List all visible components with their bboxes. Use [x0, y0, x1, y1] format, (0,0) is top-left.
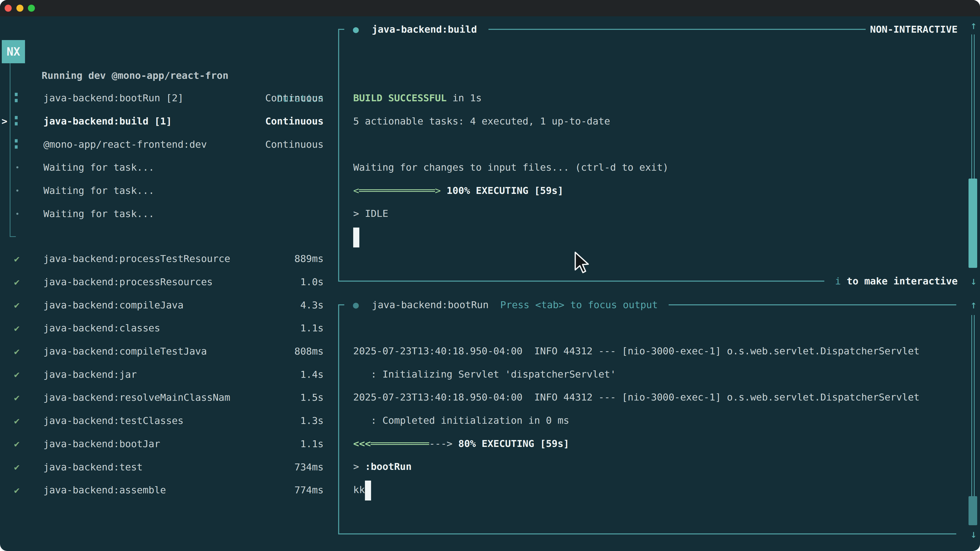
task-row-bootrun[interactable]: java-backend:bootRun [2] Continuous: [0, 86, 332, 110]
completed-task-row[interactable]: ✔ java-backend:classes 1.1s: [0, 317, 332, 340]
task-name: java-backend:assemble: [43, 484, 166, 495]
scroll-up-icon[interactable]: ↑: [966, 14, 980, 37]
terminal-window: NX Running dev @mono-app/react-fron Dura…: [0, 0, 980, 551]
pagination[interactable]: ← 1/2 →: [10, 546, 50, 551]
completed-task-row[interactable]: ✔ java-backend:compileTestJava 808ms: [0, 340, 332, 363]
progress-fill: ══════════: [371, 438, 429, 449]
build-progress-line: <═════════════> 100% EXECUTING [59s]: [353, 179, 940, 202]
waiting-label: Waiting for task...: [43, 208, 154, 219]
completed-task-row[interactable]: ✔ java-backend:jar 1.4s: [0, 363, 332, 386]
completed-task-row[interactable]: ✔ java-backend:resolveMainClassNam 1.5s: [0, 386, 332, 409]
check-icon: ✔: [14, 392, 20, 403]
progress-bar: <═════════════>: [353, 185, 441, 196]
waiting-task-row: Waiting for task...: [0, 156, 332, 179]
build-panel-title[interactable]: java-backend:build: [372, 18, 477, 41]
bootrun-panel-border-left: [338, 304, 339, 534]
spinner-icon: [15, 139, 18, 148]
task-duration: 1.1s: [300, 438, 324, 449]
task-duration: 1.4s: [300, 369, 324, 380]
build-panel-border-top: [488, 29, 865, 30]
check-icon: ✔: [14, 300, 20, 310]
input-text: kk: [353, 484, 365, 495]
bootrun-input-line[interactable]: kk: [353, 478, 940, 502]
task-name: java-backend:testClasses: [43, 415, 183, 426]
build-waiting-line: Waiting for changes to input files... (c…: [353, 156, 940, 179]
terminal-cursor: [365, 481, 371, 500]
waiting-label: Waiting for task...: [43, 162, 154, 173]
task-status: Continuous: [265, 139, 324, 150]
scroll-up-icon[interactable]: ↑: [966, 293, 980, 316]
check-icon: ✔: [14, 277, 20, 287]
interactive-hint-text: to make interactive: [841, 275, 958, 287]
build-panel-mode-badge: NON-INTERACTIVE: [870, 18, 958, 41]
build-summary-line: 5 actionable tasks: 4 executed, 1 up-to-…: [353, 110, 940, 133]
pending-dot-icon: [16, 189, 18, 192]
sidebar-title: Running dev @mono-app/react-fron: [41, 64, 228, 87]
spinner-icon: [15, 93, 18, 102]
bootrun-panel-border-bottom: [338, 534, 956, 534]
build-cursor-line: [353, 225, 940, 248]
completed-task-row[interactable]: ✔ java-backend:testClasses 1.3s: [0, 409, 332, 432]
build-panel-bullet-icon: ●: [353, 18, 359, 41]
completed-task-row[interactable]: ✔ java-backend:bootJar 1.1s: [0, 432, 332, 456]
completed-task-row[interactable]: ✔ java-backend:assemble 774ms: [0, 478, 332, 502]
bootrun-task-line: > :bootRun: [353, 455, 940, 478]
spinner-icon: [15, 116, 18, 125]
log-line: 2025-07-23T13:40:18.950-04:00 INFO 44312…: [353, 386, 940, 409]
task-status: Continuous: [265, 92, 324, 103]
completed-task-row[interactable]: ✔ java-backend:processTestResource 889ms: [0, 247, 332, 270]
task-duration: 808ms: [294, 346, 324, 357]
completed-task-row[interactable]: ✔ java-backend:test 734ms: [0, 455, 332, 478]
check-icon: ✔: [14, 462, 20, 472]
bootrun-panel-title[interactable]: java-backend:bootRun: [372, 293, 489, 316]
task-duration: 1.5s: [300, 392, 324, 403]
pending-dot-icon: [16, 213, 18, 215]
task-prefix: >: [353, 461, 365, 472]
task-row-frontend-dev[interactable]: @mono-app/react-frontend:dev Continuous: [0, 133, 332, 156]
sidebar-footer: ← 1/2 → quit: q help: ?: [0, 523, 332, 546]
waiting-label: Waiting for task...: [43, 185, 154, 196]
task-name: java-backend:processTestResource: [43, 253, 230, 264]
scrollbar-thumb[interactable]: [969, 496, 977, 525]
bootrun-focus-hint: Press <tab> to focus output: [500, 293, 658, 316]
build-panel-border-left: [338, 29, 339, 282]
waiting-task-row: Waiting for task...: [0, 202, 332, 225]
task-name: java-backend:compileJava: [43, 300, 183, 311]
task-name: :bootRun: [365, 461, 412, 472]
scrollbar-thumb[interactable]: [969, 179, 977, 268]
check-icon: ✔: [14, 438, 20, 449]
task-row-build-selected[interactable]: > java-backend:build [1] Continuous: [0, 110, 332, 133]
build-panel-border-bottom: [338, 281, 824, 282]
progress-label: 80% EXECUTING [59s]: [452, 438, 570, 449]
task-name: java-backend:compileTestJava: [43, 346, 207, 357]
progress-open: <<<: [353, 438, 371, 449]
task-name: java-backend:test: [43, 462, 143, 473]
check-icon: ✔: [14, 254, 20, 264]
task-duration: 774ms: [294, 484, 324, 495]
task-duration: 1.1s: [300, 322, 324, 333]
pending-dot-icon: [16, 166, 18, 168]
scroll-down-icon[interactable]: ↓: [966, 270, 980, 292]
task-name: java-backend:classes: [43, 322, 160, 333]
scrollbar-track[interactable]: [971, 315, 975, 496]
completed-task-row[interactable]: ✔ java-backend:processResources 1.0s: [0, 270, 332, 294]
task-status: Continuous: [265, 116, 324, 127]
interactive-hint-key: i: [835, 275, 841, 287]
build-idle-line: > IDLE: [353, 202, 940, 225]
log-line: 2025-07-23T13:40:18.950-04:00 INFO 44312…: [353, 340, 940, 363]
scrollbar-track[interactable]: [971, 35, 975, 179]
waiting-task-row: Waiting for task...: [0, 179, 332, 202]
terminal-cursor: [353, 227, 360, 248]
bootrun-panel-bullet-icon: ●: [353, 293, 359, 316]
log-line: : Completed initialization in 0 ms: [353, 409, 940, 432]
check-icon: ✔: [14, 416, 20, 426]
build-success-suffix: in 1s: [447, 92, 482, 103]
scroll-down-icon[interactable]: ↓: [966, 523, 980, 546]
build-success-line: BUILD SUCCESSFUL in 1s: [353, 86, 940, 110]
build-success-text: BUILD SUCCESSFUL: [353, 92, 447, 103]
completed-task-row[interactable]: ✔ java-backend:compileJava 4.3s: [0, 293, 332, 317]
task-name: java-backend:bootJar: [43, 438, 160, 449]
progress-rest: --->: [429, 438, 452, 449]
task-duration: 1.3s: [300, 415, 324, 426]
task-duration: 1.0s: [300, 276, 324, 287]
